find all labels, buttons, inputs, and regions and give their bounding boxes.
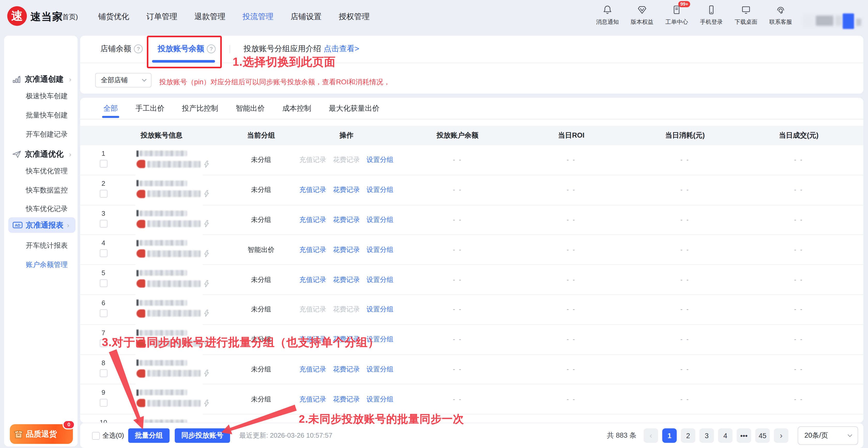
- sidebar-item-快车数据监控[interactable]: 快车数据监控: [26, 186, 68, 195]
- sidebar-section-京准通报表[interactable]: AD京准通报表›: [8, 217, 75, 233]
- pagination: 共 883 条 ‹ 1234•••45 › 20条/页: [607, 426, 863, 445]
- group-intro-link[interactable]: 点击查看>: [323, 44, 359, 54]
- table-row: 9未分组充值记录花费记录设置分组- -- -- -- -: [80, 385, 863, 415]
- page-button-4[interactable]: 4: [718, 428, 733, 443]
- bid-tab-智能出价[interactable]: 智能出价: [236, 98, 265, 119]
- pagination-ellipsis[interactable]: •••: [737, 428, 751, 443]
- nav-utility-手机登录[interactable]: 手机登录: [698, 4, 725, 26]
- spend-link[interactable]: 花费记录: [333, 245, 360, 255]
- recharge-link[interactable]: 充值记录: [299, 395, 326, 404]
- bid-tab-手工出价[interactable]: 手工出价: [135, 98, 164, 119]
- sidebar-item-开车创建记录[interactable]: 开车创建记录: [26, 130, 68, 139]
- nav-utility-联系客服[interactable]: 联系客服: [767, 4, 795, 26]
- user-avatar[interactable]: [843, 13, 854, 29]
- row-checkbox[interactable]: [100, 309, 107, 317]
- sidebar-item-快车优化管理[interactable]: 快车优化管理: [26, 167, 68, 176]
- brand-logo[interactable]: 速: [7, 6, 27, 26]
- recharge-link[interactable]: 充值记录: [299, 245, 326, 255]
- set-group-link[interactable]: 设置分组: [367, 305, 394, 314]
- row-checkbox[interactable]: [100, 219, 107, 227]
- annotation-step1: 1.选择切换到此页面: [232, 54, 336, 70]
- nav-item[interactable]: 订单管理: [146, 12, 177, 22]
- pagination-prev[interactable]: ‹: [644, 428, 658, 443]
- actions-cell: 充值记录花费记录设置分组: [292, 235, 401, 265]
- spend-link[interactable]: 花费记录: [333, 275, 360, 284]
- spend-link[interactable]: 花费记录: [333, 185, 360, 195]
- row-checkbox[interactable]: [100, 279, 107, 287]
- page-button-1[interactable]: 1: [662, 428, 677, 443]
- recharge-link[interactable]: 充值记录: [299, 155, 326, 165]
- row-select-cell: 2: [87, 175, 120, 205]
- group-cell: 未分组: [230, 145, 292, 175]
- sidebar-item-账户余额管理[interactable]: 账户余额管理: [26, 260, 68, 270]
- bid-tab-成本控制[interactable]: 成本控制: [282, 98, 311, 119]
- spend-link[interactable]: 花费记录: [333, 365, 360, 374]
- set-group-link[interactable]: 设置分组: [367, 185, 394, 195]
- spend-link[interactable]: 花费记录: [333, 155, 360, 165]
- nav-utility-版本权益[interactable]: 版本权益: [628, 4, 656, 26]
- nav-item[interactable]: 退款管理: [194, 12, 225, 22]
- value-cell: - -: [742, 325, 856, 354]
- user-blur-block: [803, 14, 814, 27]
- table-column-header: 当日成交(元): [742, 131, 856, 140]
- sidebar-item-极速快车创建[interactable]: 极速快车创建: [26, 92, 68, 101]
- nav-item[interactable]: 铺货优化: [98, 12, 129, 22]
- value-cell: [737, 414, 850, 423]
- account-name-blur: [136, 389, 230, 396]
- account-blur-line: [147, 220, 200, 227]
- spend-link[interactable]: 花费记录: [333, 305, 360, 314]
- page-button-45[interactable]: 45: [755, 428, 770, 443]
- nav-item[interactable]: 授权管理: [339, 12, 370, 22]
- row-checkbox[interactable]: [100, 369, 107, 377]
- set-group-link[interactable]: 设置分组: [367, 395, 394, 404]
- bid-tab-投产比控制[interactable]: 投产比控制: [182, 98, 218, 119]
- promo-badge-品质退货[interactable]: 品质退货0: [10, 424, 73, 444]
- pagination-next[interactable]: ›: [774, 428, 788, 443]
- row-checkbox[interactable]: [100, 160, 107, 168]
- nav-item[interactable]: 店铺设置: [290, 12, 321, 22]
- bid-tab-全部[interactable]: 全部: [103, 98, 118, 119]
- tab-shop-balance[interactable]: 店铺余额 ?: [100, 44, 143, 54]
- spend-link[interactable]: 花费记录: [333, 215, 360, 225]
- recharge-link[interactable]: 充值记录: [299, 305, 326, 314]
- page-button-3[interactable]: 3: [700, 428, 714, 443]
- bid-tab-最大化获量出价[interactable]: 最大化获量出价: [329, 98, 379, 119]
- sidebar-item-批量快车创建[interactable]: 批量快车创建: [26, 111, 68, 120]
- spend-link[interactable]: 花费记录: [333, 395, 360, 404]
- recharge-link[interactable]: 充值记录: [299, 215, 326, 225]
- row-spacer: [80, 265, 87, 294]
- row-checkbox-wrap: [100, 249, 107, 257]
- recharge-link[interactable]: 充值记录: [299, 185, 326, 195]
- shop-filter-select[interactable]: 全部店铺: [95, 73, 152, 87]
- sidebar-section-京准通创建[interactable]: 京准通创建›: [4, 73, 78, 85]
- set-group-link[interactable]: 设置分组: [367, 275, 394, 284]
- select-all-checkbox[interactable]: [92, 432, 100, 440]
- page-size-select[interactable]: 20条/页: [798, 426, 858, 445]
- nav-utility-工单中心[interactable]: 工单中心99+: [663, 4, 691, 26]
- row-checkbox[interactable]: [100, 190, 107, 198]
- nav-utility-下载桌面[interactable]: 下载桌面: [732, 4, 760, 26]
- sidebar-item-开车统计报表[interactable]: 开车统计报表: [26, 241, 68, 250]
- sidebar-section-京准通优化[interactable]: 京准通优化›: [4, 148, 78, 160]
- help-icon[interactable]: ?: [134, 44, 143, 53]
- row-index: 2: [87, 180, 120, 187]
- batch-group-button[interactable]: 批量分组: [128, 428, 169, 443]
- nav-utility-消息通知[interactable]: 消息通知: [593, 4, 621, 26]
- set-group-link[interactable]: 设置分组: [367, 245, 394, 255]
- recharge-link[interactable]: 充值记录: [299, 365, 326, 374]
- page-button-2[interactable]: 2: [681, 428, 695, 443]
- sync-accounts-button[interactable]: 同步投放账号: [175, 428, 230, 443]
- group-intro-label: 投放账号分组应用介绍: [244, 44, 321, 54]
- set-group-link[interactable]: 设置分组: [367, 365, 394, 374]
- set-group-link[interactable]: 设置分组: [367, 155, 394, 165]
- sidebar-item-快车优化记录[interactable]: 快车优化记录: [26, 204, 68, 214]
- row-checkbox[interactable]: [100, 249, 107, 257]
- nav-item-active[interactable]: 投流管理: [243, 12, 274, 22]
- table-row: 10: [80, 414, 863, 423]
- group-cell: 未分组: [230, 355, 292, 384]
- set-group-link[interactable]: 设置分组: [367, 215, 394, 225]
- value-cell: - -: [401, 145, 515, 175]
- row-select-cell: 5: [87, 265, 120, 294]
- recharge-link[interactable]: 充值记录: [299, 275, 326, 284]
- row-checkbox[interactable]: [100, 399, 107, 407]
